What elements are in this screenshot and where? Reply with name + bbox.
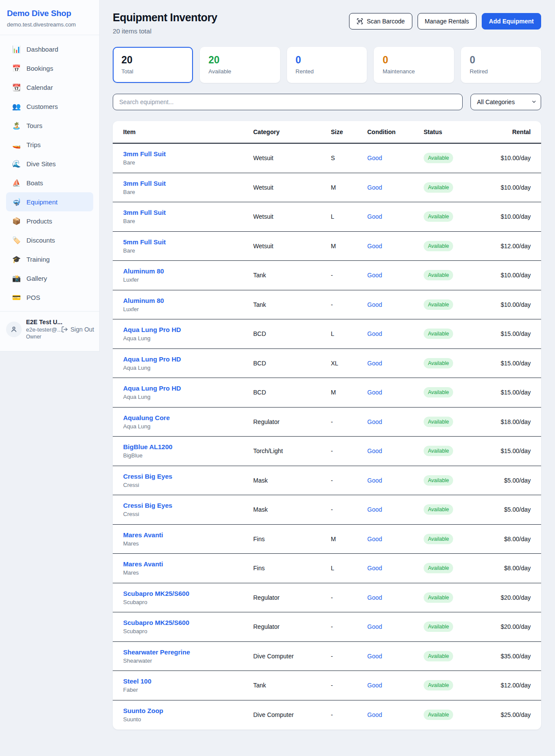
status-cell: Available (424, 534, 476, 544)
table-row: Aqualung Core Aqua Lung Regulator - Good… (113, 408, 541, 437)
item-name-link[interactable]: Mares Avanti (123, 560, 253, 568)
condition-link[interactable]: Good (367, 565, 424, 572)
item-name-link[interactable]: Aluminum 80 (123, 297, 253, 304)
stat-value: 0 (296, 54, 359, 66)
item-cell: Shearwater Peregrine Shearwater (123, 648, 253, 664)
item-name-link[interactable]: Aluminum 80 (123, 267, 253, 275)
sidebar-item-trips[interactable]: 🚤 Trips (6, 135, 93, 154)
condition-link[interactable]: Good (367, 447, 424, 454)
scan-barcode-button[interactable]: Scan Barcode (349, 13, 412, 30)
sidebar-item-equipment[interactable]: 🤿 Equipment (6, 192, 93, 211)
item-cell: Aluminum 80 Luxfer (123, 297, 253, 312)
sidebar-item-dashboard[interactable]: 📊 Dashboard (6, 39, 93, 59)
item-name-link[interactable]: Scubapro MK25/S600 (123, 590, 253, 597)
sidebar-item-tours[interactable]: 🏝️ Tours (6, 116, 93, 135)
condition-link[interactable]: Good (367, 536, 424, 542)
category-cell: Tank (253, 301, 331, 308)
search-input[interactable] (113, 94, 463, 110)
condition-link[interactable]: Good (367, 272, 424, 279)
stat-label: Rented (296, 68, 359, 75)
item-name-link[interactable]: Shearwater Peregrine (123, 648, 253, 656)
condition-link[interactable]: Good (367, 389, 424, 396)
condition-link[interactable]: Good (367, 243, 424, 250)
item-name-link[interactable]: Cressi Big Eyes (123, 473, 253, 480)
size-cell: - (331, 272, 367, 279)
item-cell: Mares Avanti Mares (123, 531, 253, 547)
category-cell: BCD (253, 330, 331, 337)
item-name-link[interactable]: Aqualung Core (123, 414, 253, 421)
sidebar-item-calendar[interactable]: 📆 Calendar (6, 78, 93, 97)
stat-card-retired[interactable]: 0 Retired (461, 47, 541, 83)
sidebar-item-customers[interactable]: 👥 Customers (6, 97, 93, 116)
add-equipment-button[interactable]: Add Equipment (482, 13, 541, 30)
condition-link[interactable]: Good (367, 330, 424, 337)
category-cell: BCD (253, 389, 331, 396)
condition-link[interactable]: Good (367, 711, 424, 718)
condition-link[interactable]: Good (367, 418, 424, 425)
category-select[interactable]: All Categories (470, 94, 541, 110)
sidebar-item-label: Gallery (26, 275, 47, 282)
rental-cell: $15.00/day (476, 389, 531, 396)
condition-link[interactable]: Good (367, 682, 424, 689)
sidebar-item-discounts[interactable]: 🏷️ Discounts (6, 230, 93, 250)
stat-card-rented[interactable]: 0 Rented (287, 47, 367, 83)
stat-label: Retired (470, 68, 532, 75)
item-name-link[interactable]: 3mm Full Suit (123, 150, 253, 158)
calendar-icon: 📆 (12, 83, 21, 92)
item-brand: BigBlue (123, 452, 253, 459)
item-name-link[interactable]: Aqua Lung Pro HD (123, 355, 253, 363)
item-name-link[interactable]: Cressi Big Eyes (123, 502, 253, 509)
condition-link[interactable]: Good (367, 184, 424, 191)
stat-card-maintenance[interactable]: 0 Maintenance (374, 47, 454, 83)
sign-out-button[interactable]: Sign Out (61, 326, 94, 333)
table-row: Shearwater Peregrine Shearwater Dive Com… (113, 642, 541, 671)
table-row: 3mm Full Suit Bare Wetsuit M Good Availa… (113, 173, 541, 203)
condition-link[interactable]: Good (367, 301, 424, 308)
stat-card-available[interactable]: 20 Available (200, 47, 280, 83)
item-brand: Bare (123, 189, 253, 195)
item-name-link[interactable]: Aqua Lung Pro HD (123, 326, 253, 333)
sidebar-item-bookings[interactable]: 📅 Bookings (6, 59, 93, 78)
sidebar-item-pos[interactable]: 💳 POS (6, 288, 93, 307)
status-badge: Available (424, 270, 453, 280)
item-name-link[interactable]: Aqua Lung Pro HD (123, 385, 253, 392)
status-cell: Available (424, 504, 476, 515)
size-cell: - (331, 682, 367, 689)
condition-link[interactable]: Good (367, 213, 424, 220)
items-total: 20 items total (113, 27, 217, 35)
manage-rentals-button[interactable]: Manage Rentals (418, 13, 477, 30)
stat-card-total[interactable]: 20 Total (113, 47, 193, 83)
bookings-icon: 📅 (12, 64, 21, 72)
sidebar-item-training[interactable]: 🎓 Training (6, 250, 93, 269)
item-name-link[interactable]: 3mm Full Suit (123, 180, 253, 187)
item-name-link[interactable]: Suunto Zoop (123, 707, 253, 714)
category-cell: Mask (253, 506, 331, 513)
table-header-row: Item Category Size Condition Status Rent… (113, 121, 541, 144)
item-name-link[interactable]: Mares Avanti (123, 531, 253, 539)
sidebar-item-label: Equipment (26, 198, 58, 206)
condition-link[interactable]: Good (367, 594, 424, 601)
rental-cell: $10.00/day (476, 154, 531, 161)
sidebar-item-gallery[interactable]: 📸 Gallery (6, 269, 93, 288)
column-header-rental: Rental (476, 128, 531, 135)
sidebar-item-dive-sites[interactable]: 🌊 Dive Sites (6, 154, 93, 173)
category-cell: Wetsuit (253, 213, 331, 220)
item-cell: 3mm Full Suit Bare (123, 209, 253, 224)
item-brand: Aqua Lung (123, 394, 253, 400)
condition-link[interactable]: Good (367, 506, 424, 513)
item-name-link[interactable]: 5mm Full Suit (123, 238, 253, 246)
trips-icon: 🚤 (12, 141, 21, 149)
item-name-link[interactable]: 3mm Full Suit (123, 209, 253, 216)
condition-link[interactable]: Good (367, 623, 424, 630)
item-name-link[interactable]: Scubapro MK25/S600 (123, 619, 253, 626)
item-name-link[interactable]: Steel 100 (123, 677, 253, 685)
item-name-link[interactable]: BigBlue AL1200 (123, 443, 253, 450)
condition-link[interactable]: Good (367, 360, 424, 367)
condition-link[interactable]: Good (367, 154, 424, 161)
user-email: e2e-tester@... (26, 326, 57, 333)
sidebar-nav: 📊 Dashboard 📅 Bookings 📆 Calendar 👥 Cust… (0, 35, 99, 311)
condition-link[interactable]: Good (367, 653, 424, 660)
condition-link[interactable]: Good (367, 477, 424, 484)
sidebar-item-products[interactable]: 📦 Products (6, 211, 93, 230)
sidebar-item-boats[interactable]: ⛵ Boats (6, 173, 93, 192)
